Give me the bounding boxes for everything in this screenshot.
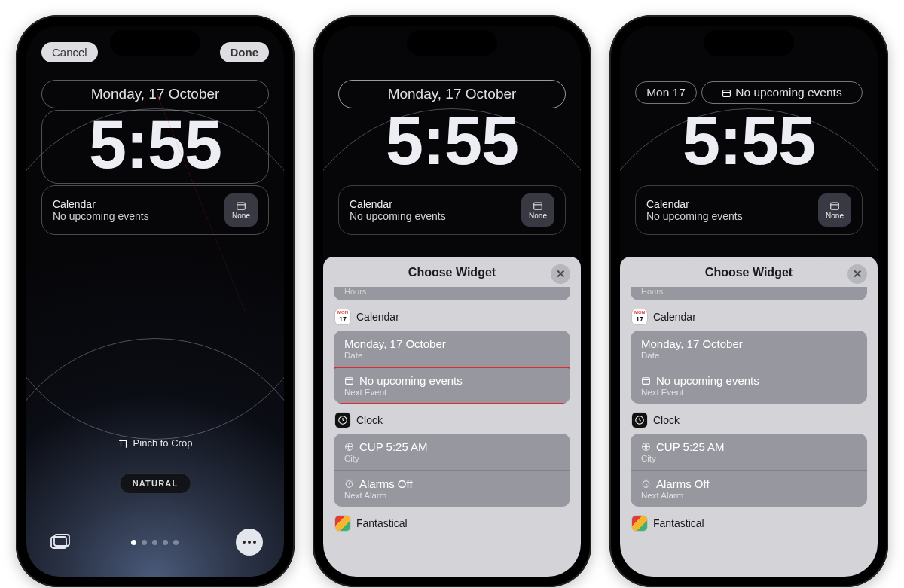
section-calendar: MON17 Calendar	[632, 309, 866, 324]
widget-option-next-alarm[interactable]: Alarms Off Next Alarm	[631, 471, 867, 507]
pinch-to-crop-hint: Pinch to Crop	[26, 437, 284, 449]
calendar-icon	[641, 376, 651, 385]
section-clock: Clock	[335, 413, 569, 428]
widget-option-title: No upcoming events	[344, 374, 560, 387]
svg-rect-6	[534, 203, 542, 209]
widget-option-date[interactable]: Monday, 17 October Date	[334, 331, 570, 367]
widget-option-title: CUP 5:25 AM	[344, 440, 560, 453]
prev-section-peek: Hours	[631, 287, 867, 300]
fantastical-app-icon	[632, 516, 647, 531]
widget-option-next-event[interactable]: No upcoming events Next Event	[631, 367, 867, 404]
widget-option-subtitle: Next Event	[641, 388, 857, 397]
widget-subtitle: No upcoming events	[646, 210, 743, 222]
phone-2-widget-picker: Monday, 17 October 5:55 Calendar No upco…	[313, 15, 591, 587]
clock-widget-slot[interactable]: 5:55	[41, 110, 269, 184]
widget-option-next-event[interactable]: No upcoming events Next Event	[334, 367, 570, 404]
calendar-icon	[829, 200, 840, 211]
section-calendar: MON17 Calendar	[335, 309, 569, 324]
clock-display: 5:55	[620, 107, 878, 175]
section-label-text: Clock	[356, 414, 383, 426]
clock-widgets-group: CUP 5:25 AM City Alarms Off Next Alarm	[334, 434, 570, 507]
widget-option-title: Alarms Off	[641, 477, 857, 490]
dynamic-island	[407, 30, 497, 56]
done-button[interactable]: Done	[220, 42, 270, 62]
widget-title: Calendar	[350, 198, 446, 210]
choose-widget-sheet: Choose Widget ✕ Hours MON17 Calendar Mon…	[323, 257, 581, 577]
svg-rect-0	[237, 203, 246, 209]
widget-title: Calendar	[53, 198, 149, 210]
section-label-text: Calendar	[653, 311, 696, 323]
widget-option-city[interactable]: CUP 5:25 AM City	[631, 434, 867, 471]
clock-display: 5:55	[323, 107, 581, 175]
calendar-icon	[533, 200, 543, 211]
widget-option-subtitle: Next Alarm	[344, 491, 560, 500]
hint-label: Pinch to Crop	[133, 437, 193, 449]
widget-option-next-alarm[interactable]: Alarms Off Next Alarm	[334, 471, 570, 507]
widget-title: Calendar	[646, 198, 743, 210]
date-widget-slot[interactable]: Monday, 17 October	[41, 80, 269, 108]
clock-widgets-group: CUP 5:25 AM City Alarms Off Next Alarm	[631, 434, 867, 507]
close-button[interactable]: ✕	[848, 264, 867, 284]
svg-rect-13	[723, 90, 731, 96]
fantastical-app-icon	[335, 516, 350, 531]
svg-rect-15	[831, 203, 839, 209]
below-clock-widget-slot: Calendar No upcoming events None	[635, 185, 863, 235]
calendar-app-icon: MON17	[632, 309, 647, 324]
page-dot	[163, 540, 168, 545]
calendar-icon	[722, 88, 731, 98]
widget-option-title: No upcoming events	[641, 374, 857, 387]
dynamic-island	[704, 30, 794, 56]
section-label-text: Calendar	[356, 311, 399, 323]
crop-icon	[118, 438, 129, 449]
lockscreen-with-sheet: Mon 17 No upcoming events 5:55 Calendar …	[620, 26, 878, 577]
clock-app-icon	[632, 413, 647, 428]
calendar-icon	[344, 376, 354, 385]
widget-style-none[interactable]: None	[224, 193, 258, 227]
widget-option-subtitle: Next Alarm	[641, 491, 857, 500]
page-dot	[152, 540, 157, 545]
widget-option-subtitle: City	[344, 454, 560, 463]
none-label: None	[529, 212, 547, 220]
widget-option-subtitle: Next Event	[344, 388, 560, 397]
widget-option-title: Monday, 17 October	[641, 337, 857, 350]
lockscreen-with-sheet: Monday, 17 October 5:55 Calendar No upco…	[323, 26, 581, 577]
page-dot	[142, 540, 147, 545]
svg-rect-17	[643, 378, 650, 385]
widget-option-title: CUP 5:25 AM	[641, 440, 857, 453]
widget-option-city[interactable]: CUP 5:25 AM City	[334, 434, 570, 471]
lockscreen-editor: Cancel Done Monday, 17 October 5:55 Cale…	[26, 26, 284, 577]
section-fantastical: Fantastical	[335, 516, 569, 531]
date-widget-slot-split[interactable]: Mon 17 No upcoming events	[635, 81, 863, 104]
alarm-icon	[344, 479, 354, 489]
widget-option-title: Monday, 17 October	[344, 337, 560, 350]
below-clock-widget-slot[interactable]: Calendar No upcoming events None	[41, 185, 269, 235]
none-label: None	[826, 212, 844, 220]
calendar-widgets-group: Monday, 17 October Date No upcoming even…	[631, 331, 867, 404]
phone-1-editor: Cancel Done Monday, 17 October 5:55 Cale…	[16, 15, 295, 587]
widget-option-subtitle: City	[641, 454, 857, 463]
widget-option-subtitle: Date	[344, 351, 560, 360]
calendar-widgets-group: Monday, 17 October Date No upcoming even…	[334, 331, 570, 404]
clock-app-icon	[335, 413, 350, 428]
next-event-widget[interactable]: No upcoming events	[701, 81, 863, 104]
alarm-icon	[641, 479, 651, 489]
page-dots[interactable]	[131, 540, 179, 545]
photo-picker-button[interactable]	[47, 529, 73, 555]
none-label: None	[232, 212, 250, 220]
date-short-widget[interactable]: Mon 17	[635, 81, 697, 104]
section-label-text: Fantastical	[653, 517, 704, 529]
more-button[interactable]	[236, 529, 263, 556]
cancel-button[interactable]: Cancel	[41, 42, 98, 62]
close-button[interactable]: ✕	[551, 264, 570, 284]
widget-style-none: None	[818, 193, 851, 227]
sheet-body[interactable]: Hours MON17 Calendar Monday, 17 October …	[620, 287, 878, 577]
below-clock-widget-slot: Calendar No upcoming events None	[338, 185, 566, 235]
widget-option-date[interactable]: Monday, 17 October Date	[631, 331, 867, 367]
sheet-title: Choose Widget ✕	[323, 257, 581, 287]
sheet-body[interactable]: Hours MON17 Calendar Monday, 17 October …	[323, 287, 581, 577]
color-filter-pill[interactable]: NATURAL	[120, 473, 191, 494]
widget-subtitle: No upcoming events	[53, 210, 149, 222]
calendar-icon	[236, 200, 246, 211]
page-dot	[173, 540, 179, 545]
calendar-app-icon: MON17	[335, 309, 350, 324]
